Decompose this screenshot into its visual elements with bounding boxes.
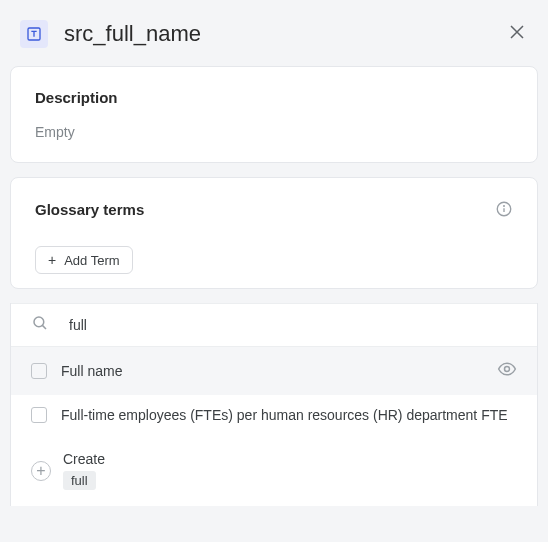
description-card: Description Empty (10, 66, 538, 163)
result-checkbox[interactable] (31, 363, 47, 379)
create-term-chip: full (63, 471, 96, 490)
svg-point-6 (505, 367, 510, 372)
search-row (11, 303, 537, 347)
plus-icon: + (48, 252, 56, 268)
search-panel: Full name Full-time employees (FTEs) per… (10, 303, 538, 506)
glossary-title: Glossary terms (35, 201, 495, 218)
svg-line-5 (42, 325, 46, 329)
search-icon (31, 314, 49, 336)
add-term-button[interactable]: + Add Term (35, 246, 133, 274)
result-checkbox[interactable] (31, 407, 47, 423)
search-input[interactable] (69, 317, 517, 333)
info-icon[interactable] (495, 200, 513, 218)
type-icon (20, 20, 48, 48)
panel-title: src_full_name (64, 21, 506, 47)
result-label: Full name (61, 363, 497, 379)
create-term-row[interactable]: + Create full (11, 435, 537, 506)
search-result-item[interactable]: Full-time employees (FTEs) per human res… (11, 395, 537, 435)
add-term-label: Add Term (64, 253, 119, 268)
search-result-item[interactable]: Full name (11, 347, 537, 395)
description-title: Description (35, 89, 513, 106)
svg-point-4 (34, 317, 44, 327)
description-value: Empty (35, 124, 513, 140)
close-button[interactable] (506, 21, 528, 47)
create-plus-icon: + (31, 461, 51, 481)
result-label: Full-time employees (FTEs) per human res… (61, 407, 517, 423)
svg-point-3 (504, 206, 505, 207)
glossary-card: Glossary terms + Add Term (10, 177, 538, 289)
create-label: Create (63, 451, 105, 467)
eye-icon[interactable] (497, 359, 517, 383)
